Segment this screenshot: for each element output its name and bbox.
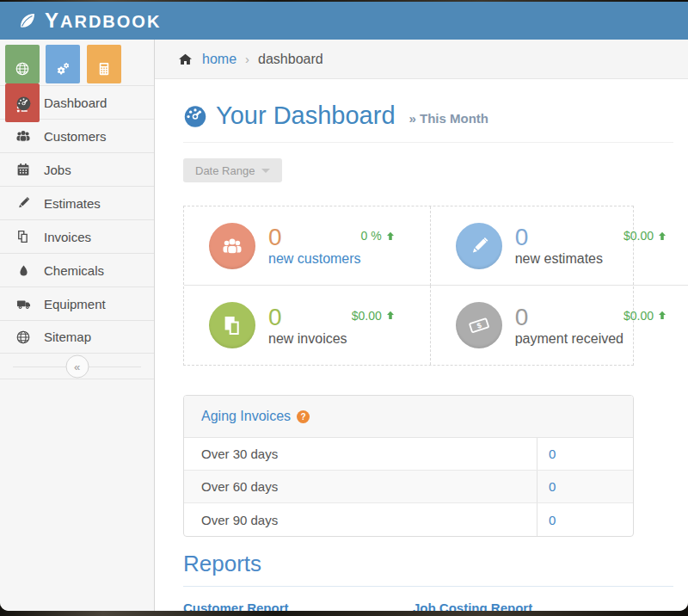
copy-icon [209, 302, 255, 348]
aging-row-label: Over 60 days [184, 471, 537, 502]
pencil-icon [456, 223, 502, 269]
sidebar-item-label: Invoices [44, 230, 91, 244]
page-subtitle: » This Month [409, 111, 489, 126]
users-icon [209, 223, 255, 269]
stat-value: 0 [268, 225, 361, 250]
report-links: Customer Report Job Costing Report Invoi… [183, 599, 665, 611]
reports-title: Reports [183, 551, 673, 587]
new-customers-link[interactable]: new customers [268, 251, 361, 267]
stats-grid: 0 new customers 0 % [183, 206, 634, 366]
quick-actions [0, 40, 154, 85]
aging-invoices-panel: Aging Invoices ? Over 30 days 0 Over 60 … [183, 395, 634, 537]
calculator-quick-button[interactable] [87, 45, 121, 83]
droplet-icon [15, 263, 32, 278]
aging-value-cell: 0 [537, 438, 633, 470]
sidebar-item-label: Sitemap [44, 330, 91, 344]
sidebar-item-jobs[interactable]: Jobs [0, 152, 154, 186]
sidebar-item-invoices[interactable]: Invoices [0, 219, 154, 253]
sidebar-item-sitemap[interactable]: Sitemap [0, 320, 154, 354]
globe-icon [15, 66, 30, 79]
breadcrumb: home › dashboard [155, 40, 688, 79]
main-area: home › dashboard [155, 40, 688, 611]
sidebar-item-equipment[interactable]: Equipment [0, 286, 154, 320]
collapse-sidebar-button[interactable]: « [65, 354, 89, 378]
page-header: Your Dashboard » This Month [183, 102, 688, 130]
sidebar-item-chemicals[interactable]: Chemicals [0, 253, 154, 286]
aging-invoices-header: Aging Invoices ? [184, 396, 633, 438]
breadcrumb-home-link[interactable]: home [202, 52, 236, 67]
gears-quick-button[interactable] [46, 45, 80, 83]
stat-value: 0 [515, 305, 624, 330]
breadcrumb-separator: › [245, 52, 249, 66]
calendar-icon [15, 162, 32, 177]
banknote-icon: $ [456, 302, 502, 348]
arrow-up-icon [385, 231, 396, 242]
breadcrumb-current: dashboard [258, 52, 323, 67]
users-icon [15, 127, 32, 145]
app-window: Yardbook [0, 2, 688, 611]
aging-over-30-value-link[interactable]: 0 [549, 447, 556, 461]
table-row: Over 90 days 0 [184, 503, 633, 536]
sidebar-item-label: Estimates [44, 196, 101, 211]
gears-icon [55, 66, 71, 79]
stat-metric: $0.00 [624, 309, 667, 323]
arrow-up-icon [657, 310, 667, 321]
aging-row-label: Over 30 days [184, 438, 537, 470]
stat-card-payment-received: $ 0 payment received $0.00 [431, 286, 688, 365]
sidebar-item-label: Chemicals [44, 263, 104, 278]
sidebar-item-label: Equipment [44, 297, 106, 311]
sidebar-item-label: Customers [44, 129, 107, 144]
date-range-button[interactable]: Date Range [183, 158, 282, 182]
metric-value: 0 % [361, 229, 382, 243]
stat-card-new-invoices: 0 new invoices $0.00 [184, 286, 431, 365]
copy-icon [15, 229, 32, 244]
sidebar-menu: Dashboard Customers [0, 85, 154, 354]
stat-metric: 0 % [361, 229, 396, 243]
aging-invoices-title: Aging Invoices [201, 409, 291, 424]
brand-name: Yardbook [45, 9, 161, 33]
aging-over-90-value-link[interactable]: 0 [549, 513, 556, 527]
aging-row-label: Over 90 days [184, 503, 537, 536]
sidebar-item-customers[interactable]: Customers [0, 119, 154, 152]
table-row: Over 30 days 0 [184, 438, 633, 471]
stat-label: new invoices [268, 331, 347, 347]
caret-down-icon [261, 169, 270, 173]
chevrons-left-icon: « [74, 360, 80, 373]
table-row: Over 60 days 0 [184, 471, 633, 503]
home-icon[interactable] [177, 52, 194, 67]
stat-value: 0 [515, 225, 603, 250]
top-bar: Yardbook [0, 2, 688, 40]
sidebar-item-label: Dashboard [44, 95, 107, 110]
metric-value: $0.00 [352, 309, 382, 323]
metric-value: $0.00 [624, 309, 654, 323]
sidebar-collapse-row: « [0, 354, 154, 379]
leaf-icon [17, 10, 38, 31]
stat-metric: $0.00 [624, 229, 667, 243]
gauge-icon [15, 95, 32, 111]
divider [183, 142, 673, 143]
svg-text:$: $ [476, 321, 482, 330]
calculator-icon [96, 66, 112, 79]
sidebar-item-label: Jobs [44, 163, 71, 177]
stat-label: new estimates [515, 251, 603, 267]
customer-report-link[interactable]: Customer Report [183, 599, 413, 611]
arrow-up-icon [385, 310, 396, 321]
stat-label: payment received [515, 331, 624, 347]
stat-card-new-customers: 0 new customers 0 % [184, 206, 431, 286]
stat-value: 0 [268, 305, 347, 330]
brand-logo[interactable]: Yardbook [17, 9, 161, 33]
stat-metric: $0.00 [352, 309, 396, 323]
pencil-icon [15, 195, 32, 211]
date-range-label: Date Range [195, 164, 255, 177]
dashboard-gauge-icon [183, 104, 207, 128]
arrow-up-icon [657, 231, 667, 242]
help-icon[interactable]: ? [297, 410, 310, 423]
globe-quick-button[interactable] [5, 45, 40, 83]
sidebar-item-estimates[interactable]: Estimates [0, 186, 154, 219]
metric-value: $0.00 [624, 229, 654, 243]
stat-card-new-estimates: 0 new estimates $0.00 [431, 206, 688, 286]
aging-over-60-value-link[interactable]: 0 [549, 479, 556, 494]
aging-value-cell: 0 [537, 503, 633, 536]
page-title: Your Dashboard [216, 102, 396, 130]
job-costing-report-link[interactable]: Job Costing Report [413, 599, 642, 611]
